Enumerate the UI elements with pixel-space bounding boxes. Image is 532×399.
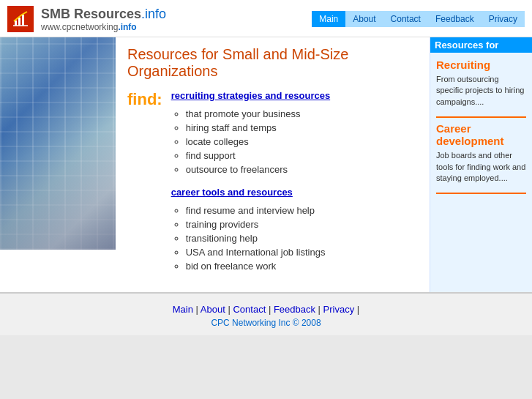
recruiting-list: that promote your business hiring staff … [186,107,418,176]
sidebar-divider-2 [436,193,526,194]
list-item: hiring staff and temps [186,121,418,135]
nav-main[interactable]: Main [312,11,345,27]
list-item: that promote your business [186,107,418,121]
building-image [0,37,116,250]
career-list: find resume and interview help training … [186,204,418,273]
career-link[interactable]: career tools and resources [171,187,418,198]
footer-sep-5: | [357,304,359,315]
svg-rect-1 [18,18,20,26]
sidebar-career-text: Job boards and other tools for finding w… [436,150,526,184]
header: SMB Resources.info www.cpcnetworking.inf… [0,0,532,37]
list-item: transitioning help [186,231,418,245]
nav-about[interactable]: About [345,11,383,27]
list-item: USA and International job listings [186,245,418,259]
main-content: Resources for Small and Mid-Size Organiz… [116,37,430,292]
logo-url: www.cpcnetworking.info [41,22,166,32]
sidebar-career-section: Career development Job boards and other … [436,122,526,184]
list-item: bid on freelance work [186,259,418,273]
logo-info-text: .info [141,7,166,21]
top-nav: Main About Contact Feedback Privacy [312,11,525,27]
list-item: training providers [186,217,418,231]
footer-contact-link[interactable]: Contact [233,304,266,315]
sidebar-divider [436,116,526,118]
footer-links: Main | About | Contact | Feedback | Priv… [0,304,532,315]
logo-url-info: .info [118,22,136,32]
recruiting-link[interactable]: recruiting strategies and resources [171,90,418,101]
footer-sep-3: | [269,304,274,315]
logo-area: SMB Resources.info www.cpcnetworking.inf… [7,6,166,32]
list-item: outsource to freelancers [186,163,418,176]
find-content: recruiting strategies and resources that… [171,90,418,283]
sidebar-title: Resources for [430,37,532,53]
footer-sep-4: | [318,304,323,315]
right-sidebar: Resources for Recruiting From outsourcin… [430,37,532,292]
nav-privacy[interactable]: Privacy [482,11,525,27]
logo-url-prefix: www.cpcnetworking [41,22,118,32]
logo-icon [7,6,34,32]
list-item: locate colleges [186,135,418,149]
page-heading: Resources for Small and Mid-Size Organiz… [127,46,418,80]
copyright: CPC Networking Inc © 2008 [0,318,532,328]
find-label: find: [127,90,162,109]
footer-feedback-link[interactable]: Feedback [274,304,315,315]
footer-main-link[interactable]: Main [173,304,193,315]
sidebar-recruiting-text: From outsourcing specific projects to hi… [436,74,526,108]
content-area: Resources for Small and Mid-Size Organiz… [0,37,532,292]
logo-main-text: SMB Resources [41,7,141,21]
find-section: find: recruiting strategies and resource… [127,90,418,283]
left-image [0,37,116,292]
sidebar-career-title: Career development [436,122,526,147]
footer-area: Main | About | Contact | Feedback | Priv… [0,292,532,335]
list-item: find support [186,149,418,163]
logo-text: SMB Resources.info www.cpcnetworking.inf… [41,7,166,32]
list-item: find resume and interview help [186,204,418,217]
footer-privacy-link[interactable]: Privacy [323,304,355,315]
svg-rect-2 [22,15,24,26]
logo-title: SMB Resources.info [41,7,166,22]
nav-contact[interactable]: Contact [383,11,428,27]
footer-about-link[interactable]: About [201,304,225,315]
sidebar-recruiting-section: Recruiting From outsourcing specific pro… [436,59,526,108]
sidebar-recruiting-title: Recruiting [436,59,526,71]
nav-feedback[interactable]: Feedback [428,11,482,27]
